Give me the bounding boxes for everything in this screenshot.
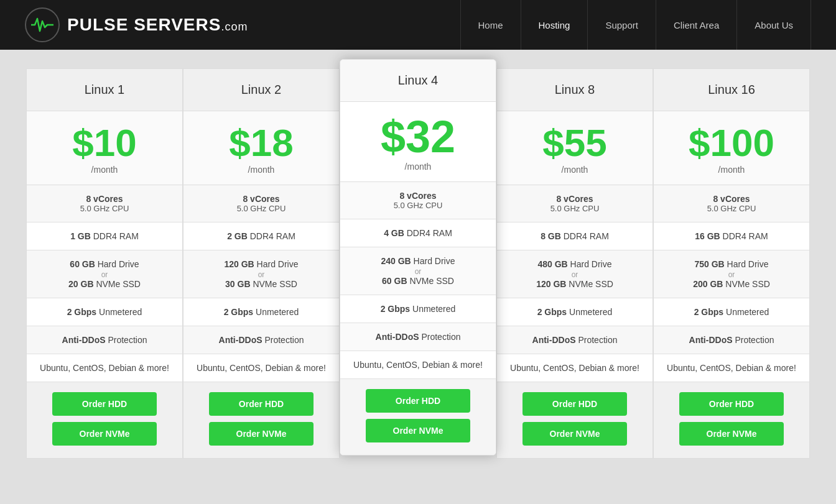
nav-links: Home Hosting Support Client Area About U… <box>460 0 812 50</box>
plan-name-linux-8: Linux 8 <box>497 69 653 111</box>
plan-vcores-linux-1: 8 vCores 5.0 GHz CPU <box>27 185 182 222</box>
plan-period-linux-1: /month <box>33 165 176 175</box>
plan-bandwidth-linux-2: 2 Gbps Unmetered <box>183 298 339 326</box>
order-hdd-btn-linux-16[interactable]: Order HDD <box>679 392 784 416</box>
nav-about-us[interactable]: About Us <box>737 0 811 50</box>
plan-storage-linux-8: 480 GB Hard Drive or 120 GB NVMe SSD <box>497 250 653 298</box>
plan-name-linux-16: Linux 16 <box>654 69 809 111</box>
order-nvme-btn-linux-8[interactable]: Order NVMe <box>522 422 627 446</box>
logo-suffix: .com <box>221 21 248 33</box>
plan-storage-linux-2: 120 GB Hard Drive or 30 GB NVMe SSD <box>183 250 339 298</box>
plan-os-linux-1: Ubuntu, CentOS, Debian & more! <box>27 354 182 382</box>
plan-linux-16: Linux 16 $100 /month 8 vCores 5.0 GHz CP… <box>653 68 810 459</box>
plan-name-linux-4: Linux 4 <box>340 60 496 102</box>
plan-linux-8: Linux 8 $55 /month 8 vCores 5.0 GHz CPU … <box>496 68 653 459</box>
plan-bandwidth-linux-8: 2 Gbps Unmetered <box>497 298 653 326</box>
order-nvme-btn-linux-1[interactable]: Order NVMe <box>52 422 157 446</box>
order-hdd-btn-linux-1[interactable]: Order HDD <box>52 392 157 416</box>
plan-storage-linux-16: 750 GB Hard Drive or 200 GB NVMe SSD <box>654 250 809 298</box>
plan-price-block-linux-16: $100 /month <box>654 111 809 185</box>
order-hdd-btn-linux-4[interactable]: Order HDD <box>366 389 470 413</box>
plan-price-linux-2: $18 <box>190 124 333 162</box>
order-hdd-btn-linux-2[interactable]: Order HDD <box>209 392 314 416</box>
nav-client-area[interactable]: Client Area <box>656 0 737 50</box>
order-nvme-btn-linux-16[interactable]: Order NVMe <box>679 422 784 446</box>
plan-os-linux-4: Ubuntu, CentOS, Debian & more! <box>340 351 496 379</box>
plan-name-linux-1: Linux 1 <box>27 69 182 111</box>
main-content: Linux 1 $10 /month 8 vCores 5.0 GHz CPU … <box>0 50 836 504</box>
plan-ram-linux-1: 1 GB DDR4 RAM <box>27 222 182 250</box>
plan-actions-linux-1: Order HDD Order NVMe <box>27 382 182 458</box>
plan-actions-linux-4: Order HDD Order NVMe <box>340 379 496 455</box>
plan-storage-linux-1: 60 GB Hard Drive or 20 GB NVMe SSD <box>27 250 182 298</box>
plan-actions-linux-2: Order HDD Order NVMe <box>183 382 339 458</box>
plan-vcores-linux-2: 8 vCores 5.0 GHz CPU <box>183 185 339 222</box>
plan-linux-4: Linux 4 $32 /month 8 vCores 5.0 GHz CPU … <box>340 59 496 456</box>
plan-vcores-linux-8: 8 vCores 5.0 GHz CPU <box>497 185 653 222</box>
plan-price-linux-4: $32 <box>346 114 490 159</box>
plan-linux-1: Linux 1 $10 /month 8 vCores 5.0 GHz CPU … <box>26 68 183 459</box>
plan-os-linux-2: Ubuntu, CentOS, Debian & more! <box>183 354 339 382</box>
nav-support[interactable]: Support <box>588 0 656 50</box>
plan-storage-linux-4: 240 GB Hard Drive or 60 GB NVMe SSD <box>340 247 496 295</box>
nav-hosting[interactable]: Hosting <box>521 0 588 50</box>
plan-ram-linux-16: 16 GB DDR4 RAM <box>654 222 809 250</box>
plan-ddos-linux-8: Anti-DDoS Protection <box>497 326 653 354</box>
plan-linux-2: Linux 2 $18 /month 8 vCores 5.0 GHz CPU … <box>183 68 340 459</box>
nav-home[interactable]: Home <box>460 0 521 50</box>
plan-bandwidth-linux-1: 2 Gbps Unmetered <box>27 298 182 326</box>
plan-price-block-linux-1: $10 /month <box>27 111 182 185</box>
logo-icon <box>25 7 60 42</box>
plan-price-linux-1: $10 <box>33 124 176 162</box>
plan-ram-linux-2: 2 GB DDR4 RAM <box>183 222 339 250</box>
plan-price-block-linux-2: $18 /month <box>183 111 339 185</box>
navbar: PULSE SERVERS.com Home Hosting Support C… <box>0 0 836 50</box>
plan-ddos-linux-16: Anti-DDoS Protection <box>654 326 809 354</box>
plan-ddos-linux-1: Anti-DDoS Protection <box>27 326 182 354</box>
plan-actions-linux-8: Order HDD Order NVMe <box>497 382 653 458</box>
plan-ram-linux-8: 8 GB DDR4 RAM <box>497 222 653 250</box>
plan-ram-linux-4: 4 GB DDR4 RAM <box>340 219 496 247</box>
plan-bandwidth-linux-16: 2 Gbps Unmetered <box>654 298 809 326</box>
plan-os-linux-16: Ubuntu, CentOS, Debian & more! <box>654 354 809 382</box>
pricing-table: Linux 1 $10 /month 8 vCores 5.0 GHz CPU … <box>26 68 810 459</box>
order-nvme-btn-linux-4[interactable]: Order NVMe <box>366 419 470 442</box>
plan-bandwidth-linux-4: 2 Gbps Unmetered <box>340 295 496 323</box>
plan-price-linux-16: $100 <box>660 124 803 162</box>
plan-os-linux-8: Ubuntu, CentOS, Debian & more! <box>497 354 653 382</box>
plan-period-linux-2: /month <box>190 165 333 175</box>
plan-vcores-linux-4: 8 vCores 5.0 GHz CPU <box>340 182 496 219</box>
order-nvme-btn-linux-2[interactable]: Order NVMe <box>209 422 314 446</box>
order-hdd-btn-linux-8[interactable]: Order HDD <box>522 392 627 416</box>
logo-text: PULSE SERVERS.com <box>67 15 248 35</box>
plan-actions-linux-16: Order HDD Order NVMe <box>654 382 809 458</box>
plan-ddos-linux-4: Anti-DDoS Protection <box>340 323 496 351</box>
plan-vcores-linux-16: 8 vCores 5.0 GHz CPU <box>654 185 809 222</box>
plan-period-linux-8: /month <box>503 165 646 175</box>
plan-price-block-linux-8: $55 /month <box>497 111 653 185</box>
plan-price-block-linux-4: $32 /month <box>340 102 496 182</box>
plan-period-linux-4: /month <box>346 162 490 172</box>
logo: PULSE SERVERS.com <box>25 7 248 42</box>
plan-name-linux-2: Linux 2 <box>183 69 339 111</box>
plan-ddos-linux-2: Anti-DDoS Protection <box>183 326 339 354</box>
plan-period-linux-16: /month <box>660 165 803 175</box>
plan-price-linux-8: $55 <box>503 124 646 162</box>
